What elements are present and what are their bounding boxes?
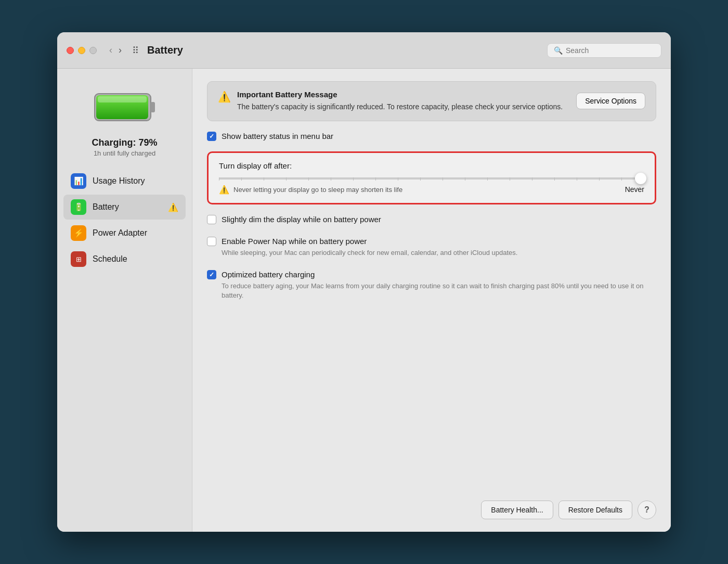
sidebar-item-schedule[interactable]: ⊞ Schedule <box>63 247 186 272</box>
optimized-charging-description: To reduce battery aging, your Mac learns… <box>222 281 656 300</box>
slider-container[interactable] <box>219 177 644 180</box>
optimized-charging-row: Optimized battery charging To reduce bat… <box>207 268 656 302</box>
slightly-dim-option: Slightly dim the display while on batter… <box>207 215 656 224</box>
banner-description: The battery's capacity is significantly … <box>237 102 570 112</box>
svg-rect-1 <box>151 102 155 112</box>
power-nap-label: Enable Power Nap while on battery power <box>222 237 367 246</box>
search-icon: 🔍 <box>554 46 563 55</box>
schedule-icon: ⊞ <box>71 251 86 267</box>
sidebar-item-usage-history[interactable]: 📊 Usage History <box>63 169 186 194</box>
restore-defaults-button[interactable]: Restore Defaults <box>558 501 632 519</box>
search-box[interactable]: 🔍 <box>547 43 661 58</box>
nav-buttons: ‹ › <box>107 44 124 57</box>
power-nap-row: Enable Power Nap while on battery power … <box>207 235 656 260</box>
sidebar-item-label: Power Adapter <box>93 228 147 238</box>
slider-never-label: Never <box>625 185 644 194</box>
slider-title: Turn display off after: <box>219 161 644 170</box>
charging-text: Charging: 79% <box>92 137 157 148</box>
svg-rect-3 <box>98 96 147 102</box>
main-content: Charging: 79% 1h until fully charged 📊 U… <box>57 69 671 532</box>
usage-history-icon: 📊 <box>71 173 86 189</box>
optimized-charging-checkbox[interactable] <box>207 270 216 279</box>
content-panel: ⚠️ Important Battery Message The battery… <box>192 69 671 532</box>
sidebar: Charging: 79% 1h until fully charged 📊 U… <box>57 69 192 532</box>
show-battery-checkbox[interactable] <box>207 132 216 141</box>
traffic-lights <box>67 47 97 54</box>
battery-icon <box>94 89 156 125</box>
back-button[interactable]: ‹ <box>107 44 114 57</box>
show-battery-label: Show battery status in menu bar <box>222 132 333 140</box>
turn-display-off-section: Turn display off after: <box>207 151 656 204</box>
battery-graphic-container <box>94 89 156 127</box>
forward-button[interactable]: › <box>116 44 124 57</box>
minimize-button[interactable] <box>78 47 85 54</box>
slightly-dim-row: Slightly dim the display while on batter… <box>207 213 656 226</box>
warning-triangle-icon: ⚠️ <box>218 91 231 103</box>
show-battery-status-row: Show battery status in menu bar <box>207 130 656 143</box>
slider-warning: ⚠️ Never letting your display go to slee… <box>219 185 644 195</box>
power-nap-option: Enable Power Nap while on battery power <box>207 237 656 246</box>
sidebar-nav: 📊 Usage History 🔋 Battery ⚠️ ⚡ <box>57 169 192 273</box>
sidebar-item-label: Schedule <box>93 254 127 264</box>
slider-thumb[interactable] <box>635 173 646 184</box>
sidebar-item-battery[interactable]: 🔋 Battery ⚠️ <box>63 195 186 220</box>
bottom-buttons: Battery Health... Restore Defaults ? <box>207 490 656 519</box>
power-nap-description: While sleeping, your Mac can periodicall… <box>222 248 656 258</box>
warning-badge-icon: ⚠️ <box>168 202 178 212</box>
search-input[interactable] <box>566 46 655 55</box>
sidebar-item-label: Usage History <box>93 176 145 186</box>
power-adapter-icon: ⚡ <box>71 225 86 241</box>
service-options-button[interactable]: Service Options <box>576 93 645 109</box>
battery-health-button[interactable]: Battery Health... <box>481 501 553 519</box>
system-preferences-window: ‹ › ⠿ Battery 🔍 <box>57 32 671 532</box>
slider-warning-icon: ⚠️ <box>219 185 229 195</box>
grid-icon[interactable]: ⠿ <box>132 45 139 56</box>
optimized-charging-label: Optimized battery charging <box>222 270 315 279</box>
sidebar-item-power-adapter[interactable]: ⚡ Power Adapter <box>63 221 186 246</box>
until-charged-text: 1h until fully charged <box>92 149 157 157</box>
banner-text: Important Battery Message The battery's … <box>237 90 570 112</box>
sidebar-item-label: Battery <box>93 202 119 212</box>
titlebar: ‹ › ⠿ Battery 🔍 <box>57 32 671 69</box>
slightly-dim-label: Slightly dim the display while on batter… <box>222 215 381 224</box>
close-button[interactable] <box>67 47 74 54</box>
maximize-button[interactable] <box>89 47 97 54</box>
banner-title: Important Battery Message <box>237 90 570 99</box>
battery-nav-icon: 🔋 <box>71 199 86 215</box>
slider-track <box>219 177 644 180</box>
power-nap-checkbox[interactable] <box>207 237 216 246</box>
optimized-charging-option: Optimized battery charging <box>207 270 656 279</box>
window-title: Battery <box>147 44 183 56</box>
help-button[interactable]: ? <box>638 501 656 519</box>
important-banner: ⚠️ Important Battery Message The battery… <box>207 81 656 121</box>
battery-status: Charging: 79% 1h until fully charged <box>92 137 157 157</box>
slider-warning-text: Never letting your display go to sleep m… <box>233 186 621 194</box>
slightly-dim-checkbox[interactable] <box>207 215 216 224</box>
